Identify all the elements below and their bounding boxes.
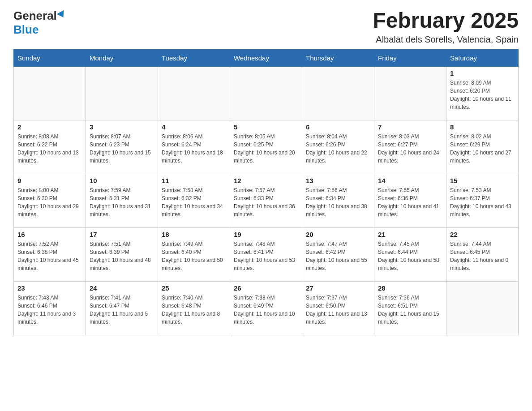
calendar-week-row: 23Sunrise: 7:43 AMSunset: 6:46 PMDayligh… <box>14 281 519 335</box>
day-info: Sunrise: 7:55 AMSunset: 6:36 PMDaylight:… <box>378 186 442 218</box>
day-number: 11 <box>162 177 226 184</box>
calendar-cell: 20Sunrise: 7:47 AMSunset: 6:42 PMDayligh… <box>302 227 374 281</box>
day-number: 22 <box>450 231 515 238</box>
day-number: 17 <box>90 231 154 238</box>
day-number: 3 <box>90 123 154 131</box>
logo-general-text: General <box>13 9 57 23</box>
day-info: Sunrise: 7:47 AMSunset: 6:42 PMDaylight:… <box>306 240 370 272</box>
logo-triangle-icon <box>57 10 67 19</box>
day-of-week-header: Friday <box>374 49 446 66</box>
calendar-cell: 11Sunrise: 7:58 AMSunset: 6:32 PMDayligh… <box>158 174 230 227</box>
day-number: 6 <box>306 123 370 131</box>
day-info: Sunrise: 7:59 AMSunset: 6:31 PMDaylight:… <box>90 186 154 218</box>
calendar-cell: 8Sunrise: 8:02 AMSunset: 6:29 PMDaylight… <box>446 120 519 174</box>
day-info: Sunrise: 8:09 AMSunset: 6:20 PMDaylight:… <box>450 79 515 111</box>
calendar-week-row: 16Sunrise: 7:52 AMSunset: 6:38 PMDayligh… <box>14 227 519 281</box>
calendar-table: SundayMondayTuesdayWednesdayThursdayFrid… <box>13 49 519 335</box>
calendar-cell: 1Sunrise: 8:09 AMSunset: 6:20 PMDaylight… <box>446 66 519 120</box>
day-number: 4 <box>162 123 226 131</box>
calendar-cell: 10Sunrise: 7:59 AMSunset: 6:31 PMDayligh… <box>86 174 158 227</box>
calendar-cell: 5Sunrise: 8:05 AMSunset: 6:25 PMDaylight… <box>230 120 302 174</box>
logo: General Blue <box>13 9 66 37</box>
calendar-cell: 6Sunrise: 8:04 AMSunset: 6:26 PMDaylight… <box>302 120 374 174</box>
calendar-cell: 4Sunrise: 8:06 AMSunset: 6:24 PMDaylight… <box>158 120 230 174</box>
calendar-cell: 23Sunrise: 7:43 AMSunset: 6:46 PMDayligh… <box>14 281 86 335</box>
day-number: 19 <box>234 231 298 238</box>
day-of-week-header: Sunday <box>14 49 86 66</box>
day-number: 25 <box>162 284 226 292</box>
day-number: 24 <box>90 284 154 292</box>
calendar-cell: 2Sunrise: 8:08 AMSunset: 6:22 PMDaylight… <box>14 120 86 174</box>
day-number: 7 <box>378 123 442 131</box>
page-title: February 2025 <box>373 9 519 33</box>
calendar-cell: 15Sunrise: 7:53 AMSunset: 6:37 PMDayligh… <box>446 174 519 227</box>
day-info: Sunrise: 8:08 AMSunset: 6:22 PMDaylight:… <box>17 133 82 165</box>
day-info: Sunrise: 7:53 AMSunset: 6:37 PMDaylight:… <box>450 186 515 218</box>
day-number: 23 <box>17 284 82 292</box>
day-number: 13 <box>306 177 370 184</box>
day-of-week-header: Tuesday <box>158 49 230 66</box>
day-info: Sunrise: 7:48 AMSunset: 6:41 PMDaylight:… <box>234 240 298 272</box>
day-number: 21 <box>378 231 442 238</box>
day-info: Sunrise: 8:02 AMSunset: 6:29 PMDaylight:… <box>450 133 515 165</box>
day-number: 2 <box>17 123 82 131</box>
day-info: Sunrise: 7:49 AMSunset: 6:40 PMDaylight:… <box>162 240 226 272</box>
calendar-cell: 26Sunrise: 7:38 AMSunset: 6:49 PMDayligh… <box>230 281 302 335</box>
day-number: 1 <box>450 69 515 77</box>
title-block: February 2025 Albalat dels Sorells, Vale… <box>373 9 519 45</box>
calendar-cell: 25Sunrise: 7:40 AMSunset: 6:48 PMDayligh… <box>158 281 230 335</box>
day-of-week-header: Monday <box>86 49 158 66</box>
calendar-cell: 17Sunrise: 7:51 AMSunset: 6:39 PMDayligh… <box>86 227 158 281</box>
calendar-cell: 9Sunrise: 8:00 AMSunset: 6:30 PMDaylight… <box>14 174 86 227</box>
day-of-week-header: Saturday <box>446 49 519 66</box>
day-info: Sunrise: 7:37 AMSunset: 6:50 PMDaylight:… <box>306 294 370 326</box>
day-info: Sunrise: 8:00 AMSunset: 6:30 PMDaylight:… <box>17 186 82 218</box>
day-info: Sunrise: 8:03 AMSunset: 6:27 PMDaylight:… <box>378 133 442 165</box>
day-info: Sunrise: 7:38 AMSunset: 6:49 PMDaylight:… <box>234 294 298 326</box>
page-header: General Blue February 2025 Albalat dels … <box>13 9 519 45</box>
calendar-cell: 13Sunrise: 7:56 AMSunset: 6:34 PMDayligh… <box>302 174 374 227</box>
day-of-week-header: Wednesday <box>230 49 302 66</box>
calendar-week-row: 1Sunrise: 8:09 AMSunset: 6:20 PMDaylight… <box>14 66 519 120</box>
calendar-cell: 24Sunrise: 7:41 AMSunset: 6:47 PMDayligh… <box>86 281 158 335</box>
calendar-cell <box>158 66 230 120</box>
calendar-cell: 21Sunrise: 7:45 AMSunset: 6:44 PMDayligh… <box>374 227 446 281</box>
location-subtitle: Albalat dels Sorells, Valencia, Spain <box>373 34 519 45</box>
calendar-cell <box>446 281 519 335</box>
day-number: 16 <box>17 231 82 238</box>
day-info: Sunrise: 8:04 AMSunset: 6:26 PMDaylight:… <box>306 133 370 165</box>
day-number: 20 <box>306 231 370 238</box>
calendar-week-row: 2Sunrise: 8:08 AMSunset: 6:22 PMDaylight… <box>14 120 519 174</box>
day-info: Sunrise: 7:45 AMSunset: 6:44 PMDaylight:… <box>378 240 442 272</box>
calendar-cell <box>86 66 158 120</box>
day-number: 8 <box>450 123 515 131</box>
calendar-cell <box>302 66 374 120</box>
day-number: 12 <box>234 177 298 184</box>
day-info: Sunrise: 7:56 AMSunset: 6:34 PMDaylight:… <box>306 186 370 218</box>
calendar-cell: 22Sunrise: 7:44 AMSunset: 6:45 PMDayligh… <box>446 227 519 281</box>
day-number: 27 <box>306 284 370 292</box>
calendar-cell: 3Sunrise: 8:07 AMSunset: 6:23 PMDaylight… <box>86 120 158 174</box>
day-info: Sunrise: 7:58 AMSunset: 6:32 PMDaylight:… <box>162 186 226 218</box>
calendar-week-row: 9Sunrise: 8:00 AMSunset: 6:30 PMDaylight… <box>14 174 519 227</box>
day-number: 10 <box>90 177 154 184</box>
calendar-cell <box>374 66 446 120</box>
day-info: Sunrise: 7:40 AMSunset: 6:48 PMDaylight:… <box>162 294 226 326</box>
calendar-cell: 28Sunrise: 7:36 AMSunset: 6:51 PMDayligh… <box>374 281 446 335</box>
calendar-cell: 16Sunrise: 7:52 AMSunset: 6:38 PMDayligh… <box>14 227 86 281</box>
day-info: Sunrise: 7:43 AMSunset: 6:46 PMDaylight:… <box>17 294 82 326</box>
calendar-cell: 7Sunrise: 8:03 AMSunset: 6:27 PMDaylight… <box>374 120 446 174</box>
calendar-header-row: SundayMondayTuesdayWednesdayThursdayFrid… <box>14 49 519 66</box>
day-number: 14 <box>378 177 442 184</box>
calendar-cell: 14Sunrise: 7:55 AMSunset: 6:36 PMDayligh… <box>374 174 446 227</box>
day-number: 5 <box>234 123 298 131</box>
day-info: Sunrise: 7:44 AMSunset: 6:45 PMDaylight:… <box>450 240 515 272</box>
day-info: Sunrise: 7:41 AMSunset: 6:47 PMDaylight:… <box>90 294 154 326</box>
calendar-cell <box>230 66 302 120</box>
calendar-cell: 19Sunrise: 7:48 AMSunset: 6:41 PMDayligh… <box>230 227 302 281</box>
day-number: 9 <box>17 177 82 184</box>
day-info: Sunrise: 7:36 AMSunset: 6:51 PMDaylight:… <box>378 294 442 326</box>
day-number: 28 <box>378 284 442 292</box>
day-number: 18 <box>162 231 226 238</box>
day-info: Sunrise: 7:51 AMSunset: 6:39 PMDaylight:… <box>90 240 154 272</box>
